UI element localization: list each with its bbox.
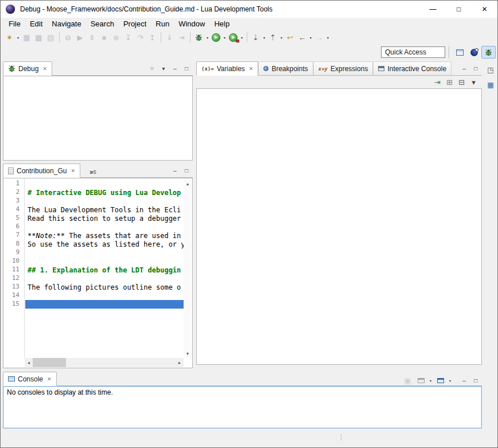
close-icon[interactable]: ✕	[47, 376, 52, 382]
maximize-view-icon[interactable]: □	[472, 64, 479, 73]
scrollbar-thumb[interactable]	[33, 358, 66, 367]
menu-navigate[interactable]: Navigate	[47, 18, 85, 29]
minimize-view-icon[interactable]: –	[172, 64, 178, 73]
editor-line-14[interactable]	[25, 291, 184, 300]
external-tools-dropdown-icon[interactable]: ▾	[239, 31, 244, 44]
debug-view-content[interactable]	[3, 76, 193, 161]
editor-code[interactable]: # Interactive DEBUG using Lua DevelopThe…	[25, 179, 184, 358]
close-icon[interactable]: ✕	[42, 66, 47, 72]
tab-variables[interactable]: (x)=Variables✕	[196, 61, 258, 76]
editor-line-6[interactable]	[25, 223, 184, 231]
debug-dropdown-icon[interactable]: ▾	[205, 31, 210, 44]
editor-line-10[interactable]	[25, 257, 184, 266]
close-button[interactable]: ✕	[472, 1, 497, 18]
scroll-up-icon[interactable]: ▴	[184, 179, 192, 188]
forward-icon[interactable]: →	[313, 31, 325, 44]
maximize-view-icon[interactable]: □	[183, 64, 190, 73]
step-over-icon[interactable]: ↷	[134, 31, 146, 44]
view-menu-icon[interactable]: ▾	[468, 76, 480, 88]
minimize-view-icon[interactable]: –	[461, 376, 468, 385]
editor-line-13[interactable]: The following pictures outline some o	[25, 283, 184, 291]
scroll-right-icon[interactable]: ▸	[176, 358, 184, 367]
tab-breakpoints[interactable]: Breakpoints	[258, 61, 313, 75]
external-tools-icon[interactable]: ▶	[227, 31, 239, 44]
tab-console[interactable]: Console ✕	[3, 372, 57, 386]
tab-contribution-guide[interactable]: Contribution_Gu ✕	[3, 163, 80, 178]
suspend-icon[interactable]: Ⅱ	[86, 31, 98, 44]
use-step-filters-icon[interactable]: ⇥	[176, 31, 188, 44]
editor-line-12[interactable]	[25, 274, 184, 283]
editor-line-4[interactable]: The Lua Development Tools in the Ecli	[25, 205, 184, 214]
scroll-down-icon[interactable]: ▾	[184, 349, 192, 358]
terminate-icon[interactable]: ■	[98, 31, 110, 44]
editor-line-1[interactable]	[25, 180, 184, 188]
menu-search[interactable]: Search	[86, 18, 119, 29]
pin-console-icon[interactable]: ▣	[402, 374, 414, 387]
quick-access-input[interactable]: Quick Access	[381, 46, 445, 58]
drop-to-frame-icon[interactable]: ⇓	[164, 31, 176, 44]
step-return-icon[interactable]: ↥	[146, 31, 158, 44]
back-dropdown-icon[interactable]: ▾	[308, 31, 313, 44]
resume-icon[interactable]: ▶	[74, 31, 86, 44]
editor-horizontal-scrollbar[interactable]: ◂ ▸	[25, 358, 184, 367]
editor-line-2[interactable]: # Interactive DEBUG using Lua Develop	[25, 188, 184, 197]
menu-run[interactable]: Run	[151, 18, 174, 29]
print-icon[interactable]: ▤	[45, 31, 57, 44]
close-icon[interactable]: ✕	[249, 66, 254, 72]
open-console-icon[interactable]	[434, 374, 446, 387]
maximize-button[interactable]: □	[446, 1, 472, 18]
menu-file[interactable]: File	[4, 18, 25, 29]
step-into-icon[interactable]: ↧	[122, 31, 134, 44]
remove-all-terminated-icon[interactable]: ✕	[149, 64, 155, 73]
menu-edit[interactable]: Edit	[25, 18, 47, 29]
view-menu-icon[interactable]: ▾	[160, 64, 167, 73]
tab-interactive-console[interactable]: Interactive Console	[373, 61, 452, 75]
menu-help[interactable]: Help	[209, 18, 234, 29]
editor-vertical-scrollbar[interactable]: ▴ ▾	[184, 179, 192, 358]
run-dropdown-icon[interactable]: ▾	[222, 31, 227, 44]
minimize-view-icon[interactable]: –	[461, 64, 468, 73]
editor-line-7[interactable]: **Note:** The assets that are used in	[25, 231, 184, 240]
display-selected-console-dropdown-icon[interactable]: ▾	[428, 374, 433, 387]
forward-dropdown-icon[interactable]: ▾	[325, 31, 330, 44]
close-icon[interactable]: ✕	[71, 168, 75, 174]
tab-expressions[interactable]: x+yExpressions	[313, 61, 374, 75]
previous-annotation-dropdown-icon[interactable]: ▾	[279, 31, 284, 44]
editor-line-15[interactable]	[25, 300, 184, 309]
resize-grip[interactable]: ⋮	[338, 434, 344, 441]
disconnect-icon[interactable]: ⊗	[110, 31, 122, 44]
editor[interactable]: 123456789101112131415 # Interactive DEBU…	[3, 178, 193, 368]
last-edit-location-icon[interactable]: ↩	[284, 31, 296, 44]
minimized-view-grid-icon[interactable]: ▦	[485, 80, 496, 90]
restore-views-icon[interactable]: ◳	[485, 65, 496, 75]
editor-line-3[interactable]	[25, 197, 184, 205]
debug-perspective-button[interactable]	[481, 46, 496, 59]
maximize-view-icon[interactable]: □	[472, 376, 479, 385]
editor-overflow-button[interactable]: » 5	[87, 169, 99, 177]
console-content[interactable]: No consoles to display at this time.	[3, 386, 482, 428]
skip-all-breakpoints-icon[interactable]: ⊘	[62, 31, 74, 44]
menu-window[interactable]: Window	[174, 18, 209, 29]
previous-annotation-icon[interactable]: ⇡	[267, 31, 279, 44]
collapse-all-icon[interactable]: ⊟	[456, 76, 468, 88]
open-perspective-button[interactable]	[453, 46, 467, 59]
scroll-left-icon[interactable]: ◂	[25, 358, 33, 367]
editor-line-11[interactable]: ## 1. Explanation of the LDT debuggin	[25, 266, 184, 274]
back-icon[interactable]: ←	[296, 31, 308, 44]
next-annotation-icon[interactable]: ⇣	[250, 31, 262, 44]
variables-content[interactable]	[196, 88, 482, 365]
run-icon[interactable]: ▶	[210, 31, 222, 44]
editor-line-5[interactable]: Read this section to setup a debugger	[25, 214, 184, 223]
debug-icon[interactable]	[193, 31, 205, 44]
save-icon[interactable]: ▦	[21, 31, 33, 44]
lua-perspective-button[interactable]	[467, 46, 481, 59]
save-all-icon[interactable]: ▩	[33, 31, 45, 44]
editor-line-8[interactable]: So use the assets as listed here, or y	[25, 240, 184, 248]
new-icon[interactable]: ✶	[3, 31, 15, 44]
minimize-view-icon[interactable]: –	[172, 166, 178, 175]
menu-project[interactable]: Project	[119, 18, 151, 29]
next-annotation-dropdown-icon[interactable]: ▾	[262, 31, 267, 44]
show-logical-structure-icon[interactable]: ⊞	[443, 76, 456, 88]
editor-line-9[interactable]	[25, 248, 184, 257]
new-dropdown-icon[interactable]: ▾	[15, 31, 21, 44]
